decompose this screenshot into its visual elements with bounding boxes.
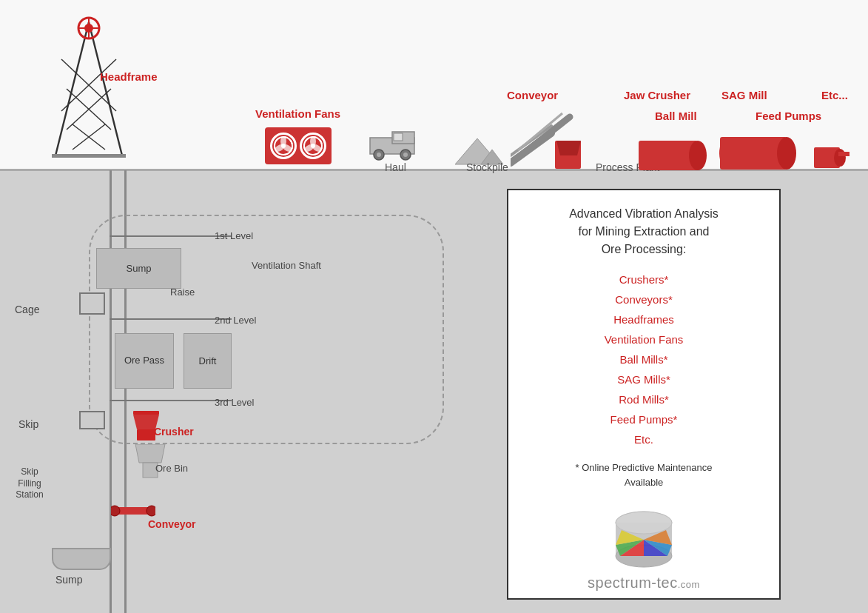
level-1st-label: 1st Level xyxy=(215,230,253,241)
level-3-line xyxy=(110,400,232,401)
etc-top-label: Etc... xyxy=(821,89,848,101)
svg-point-54 xyxy=(111,506,120,516)
list-item-sag-mills: SAG Mills* xyxy=(508,369,779,389)
svg-point-19 xyxy=(310,136,316,147)
svg-line-0 xyxy=(55,22,89,155)
skip-filling-station-label: SkipFillingStation xyxy=(7,466,52,501)
crusher-underground-label: Crusher xyxy=(154,426,194,438)
svg-rect-50 xyxy=(137,429,155,441)
sag-mill-label: SAG Mill xyxy=(721,89,767,101)
fan-left xyxy=(270,133,297,159)
headframe-label: Headframe xyxy=(100,70,158,83)
svg-point-38 xyxy=(689,141,707,170)
headframe-structure xyxy=(41,15,137,166)
svg-rect-40 xyxy=(720,137,787,170)
list-item-headframes: Headframes xyxy=(508,309,779,329)
list-item-conveyors: Conveyors* xyxy=(508,289,779,309)
svg-point-55 xyxy=(147,506,155,516)
svg-point-13 xyxy=(275,137,292,155)
svg-line-1 xyxy=(89,22,122,155)
level-2nd-label: 2nd Level xyxy=(215,315,256,326)
info-box-title: Advanced Vibration Analysisfor Mining Ex… xyxy=(523,205,764,258)
svg-point-22 xyxy=(311,144,315,148)
list-item-ball-mills: Ball Mills* xyxy=(508,349,779,369)
skip-label: Skip xyxy=(18,418,38,430)
svg-point-14 xyxy=(280,136,286,147)
svg-point-20 xyxy=(311,143,323,153)
level-2-line xyxy=(110,318,232,320)
ore-bin-label: Ore Bin xyxy=(155,463,188,474)
svg-point-17 xyxy=(281,144,286,148)
info-box: Advanced Vibration Analysisfor Mining Ex… xyxy=(507,189,781,600)
cage-label: Cage xyxy=(15,304,39,315)
conveyor-underground-label: Conveyor xyxy=(148,518,196,530)
sump-bottom-label: Sump xyxy=(55,574,83,586)
svg-rect-48 xyxy=(133,411,159,415)
svg-line-46 xyxy=(518,117,570,158)
svg-point-16 xyxy=(274,143,286,153)
info-box-list: Crushers* Conveyors* Headframes Ventilat… xyxy=(508,269,779,449)
list-item-etc: Etc. xyxy=(508,429,779,449)
info-box-note: * Online Predictive MaintenanceAvailable xyxy=(523,460,764,489)
stockpile-label: Stockpile xyxy=(466,161,508,173)
logo-text: spectrum-tec.com xyxy=(508,575,779,592)
ore-pass-box: Ore Pass xyxy=(115,333,174,389)
svg-point-15 xyxy=(281,143,293,153)
svg-marker-51 xyxy=(135,444,165,463)
list-item-rod-mills: Rod Mills* xyxy=(508,389,779,409)
logo-suffix: .com xyxy=(678,579,700,590)
logo-name: spectrum-tec xyxy=(588,575,678,591)
raise-label: Raise xyxy=(170,287,195,298)
ventilation-fans-unit xyxy=(265,127,332,164)
ventilation-fans-label: Ventilation Fans xyxy=(255,107,340,120)
haul-label: Haul xyxy=(385,161,406,173)
sump-bottom-shape xyxy=(52,548,111,570)
svg-point-27 xyxy=(377,153,381,157)
svg-point-44 xyxy=(834,149,846,167)
haul-truck xyxy=(363,124,422,164)
list-item-crushers: Crushers* xyxy=(508,269,779,289)
vent-shaft-label: Ventilation Shaft xyxy=(252,259,321,272)
svg-point-29 xyxy=(403,153,408,157)
level-3rd-label: 3rd Level xyxy=(215,397,254,408)
conveyor-top-label: Conveyor xyxy=(507,89,558,101)
fan-right xyxy=(300,133,326,159)
conveyor-belt-top xyxy=(514,110,573,164)
skip-rect xyxy=(79,411,105,429)
jaw-crusher-label: Jaw Crusher xyxy=(624,89,690,101)
svg-point-18 xyxy=(304,137,322,155)
list-item-feed-pumps: Feed Pumps* xyxy=(508,409,779,429)
level-1-line xyxy=(110,235,232,237)
svg-point-41 xyxy=(777,137,796,170)
svg-point-21 xyxy=(303,143,315,153)
list-item-vent-fans: Ventilation Fans xyxy=(508,329,779,349)
svg-point-61 xyxy=(616,512,672,534)
svg-rect-12 xyxy=(52,154,126,158)
sump-box: Sump xyxy=(96,248,181,289)
svg-rect-25 xyxy=(394,133,403,141)
drift-box: Drift xyxy=(184,333,232,389)
cage-rect xyxy=(79,292,105,315)
logo-area: spectrum-tec.com xyxy=(508,504,779,592)
svg-rect-45 xyxy=(838,152,850,156)
